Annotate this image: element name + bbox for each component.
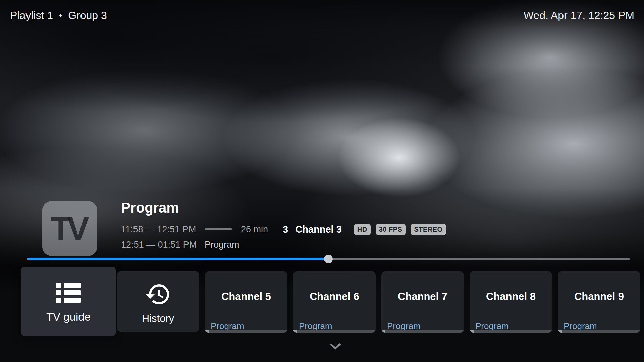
playlist-name: Playlist 1 [10,9,53,22]
channel-card-name: Channel 6 [293,291,376,303]
next-program-title: Program [205,240,239,250]
seekbar-thumb[interactable] [324,255,333,263]
channel-logo-text: TV [51,210,85,248]
program-title: Program [121,200,179,216]
stereo-badge: STEREO [411,224,446,235]
channel-card-program: Program [211,321,244,331]
clock: Wed, Apr 17, 12:25 PM [524,9,634,22]
playlist-group-status: Playlist 1 • Group 3 [10,9,107,22]
stream-badges: HD 30 FPS STEREO [354,224,446,235]
group-name: Group 3 [68,9,107,22]
chevron-down-icon[interactable] [330,343,341,350]
channel-epg-progressbar [205,330,287,333]
current-program-row: 11:58 — 12:51 PM 26 min 3 Channel 3 HD 3… [121,223,446,235]
seekbar[interactable] [27,258,630,260]
channel-card[interactable]: Channel 5 Program [205,272,287,333]
channel-card[interactable]: Channel 6 Program [293,272,376,333]
history-label: History [117,313,199,325]
channel-epg-progressbar [558,330,640,333]
list-grid-icon [56,283,81,303]
channel-card-program: Program [475,321,509,331]
channel-card-program: Program [564,321,597,331]
fps-badge: 30 FPS [376,224,406,235]
history-clock-icon [145,281,171,308]
tv-guide-card[interactable]: TV guide [21,267,116,336]
tv-guide-label: TV guide [21,311,116,323]
channel-epg-progressbar [470,330,552,333]
channel-name: Channel 3 [295,224,342,235]
channel-card-name: Channel 5 [205,291,287,303]
seekbar-fill [27,258,328,260]
next-program-time: 12:51 — 01:51 PM [121,240,197,250]
next-program-row: 12:51 — 01:51 PM Program [121,239,239,250]
tv-player-screen: Playlist 1 • Group 3 Wed, Apr 17, 12:25 … [0,0,644,362]
time-remaining: 26 min [241,224,268,235]
current-program-time: 11:58 — 12:51 PM [121,224,197,235]
hd-badge: HD [354,224,371,235]
channel-card[interactable]: Channel 9 Program [558,272,640,333]
channel-epg-progressbar [293,330,376,333]
channel-logo: TV [42,201,97,256]
channel-card[interactable]: Channel 7 Program [381,272,464,333]
channel-card-name: Channel 9 [558,291,640,303]
channel-card[interactable]: Channel 8 Program [470,272,552,333]
channel-epg-progressbar [381,330,464,333]
channel-card-name: Channel 8 [470,291,552,303]
history-card[interactable]: History [117,272,199,332]
channel-card-program: Program [299,321,332,331]
program-mini-progressbar [205,228,232,230]
channel-number: 3 [283,224,288,235]
channel-card-name: Channel 7 [381,291,464,303]
channel-card-program: Program [387,321,421,331]
dot-separator: • [59,9,62,22]
